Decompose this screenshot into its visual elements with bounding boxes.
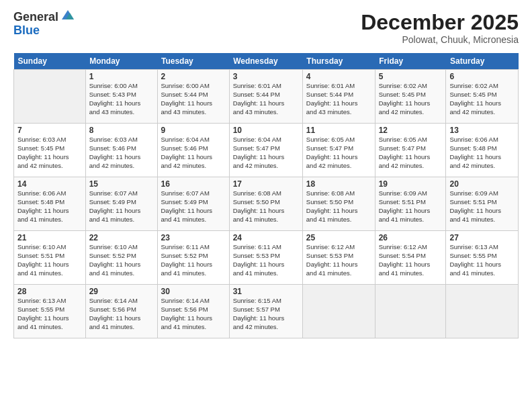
day-number: 20 [449, 179, 515, 189]
cell-info: Sunrise: 6:12 AMSunset: 5:54 PMDaylight:… [379, 243, 443, 277]
cell-info: Sunrise: 6:08 AMSunset: 5:50 PMDaylight:… [306, 189, 371, 224]
table-row: 8Sunrise: 6:03 AMSunset: 5:46 PMDaylight… [85, 124, 157, 177]
cell-info: Sunrise: 6:06 AMSunset: 5:48 PMDaylight:… [17, 189, 82, 224]
logo-text: General Blue [13, 11, 75, 38]
table-row: 6Sunrise: 6:02 AMSunset: 5:45 PMDaylight… [446, 70, 519, 124]
logo-blue: Blue [13, 24, 75, 38]
table-row: 5Sunrise: 6:02 AMSunset: 5:45 PMDaylight… [375, 70, 446, 124]
day-number: 27 [449, 233, 515, 242]
table-row: 13Sunrise: 6:06 AMSunset: 5:48 PMDayligh… [446, 124, 519, 177]
table-row: 12Sunrise: 6:05 AMSunset: 5:47 PMDayligh… [375, 124, 446, 177]
cell-info: Sunrise: 6:07 AMSunset: 5:49 PMDaylight:… [89, 189, 154, 224]
col-thursday: Thursday [302, 53, 375, 70]
logo: General Blue [13, 11, 75, 38]
table-row: 14Sunrise: 6:06 AMSunset: 5:48 PMDayligh… [14, 177, 86, 231]
cell-info: Sunrise: 6:09 AMSunset: 5:51 PMDaylight:… [449, 189, 515, 224]
cell-info: Sunrise: 6:02 AMSunset: 5:45 PMDaylight:… [449, 82, 515, 116]
table-row: 17Sunrise: 6:08 AMSunset: 5:50 PMDayligh… [229, 177, 302, 231]
logo-general: General [13, 11, 58, 24]
day-number: 15 [89, 179, 154, 189]
cell-info: Sunrise: 6:10 AMSunset: 5:52 PMDaylight:… [89, 243, 154, 277]
day-number: 30 [161, 287, 226, 296]
table-row: 24Sunrise: 6:11 AMSunset: 5:53 PMDayligh… [229, 231, 302, 285]
day-number: 7 [17, 126, 82, 135]
table-row: 29Sunrise: 6:14 AMSunset: 5:56 PMDayligh… [85, 285, 157, 338]
cell-info: Sunrise: 6:05 AMSunset: 5:47 PMDaylight:… [306, 136, 371, 170]
cell-info: Sunrise: 6:01 AMSunset: 5:44 PMDaylight:… [306, 82, 371, 116]
day-number: 29 [89, 287, 154, 296]
day-number: 8 [89, 126, 154, 135]
cell-info: Sunrise: 6:13 AMSunset: 5:55 PMDaylight:… [449, 243, 515, 277]
cell-info: Sunrise: 6:03 AMSunset: 5:45 PMDaylight:… [17, 136, 82, 170]
calendar-week-0: 1Sunrise: 6:00 AMSunset: 5:43 PMDaylight… [14, 70, 519, 124]
col-friday: Friday [375, 53, 446, 70]
table-row: 22Sunrise: 6:10 AMSunset: 5:52 PMDayligh… [85, 231, 157, 285]
table-row: 27Sunrise: 6:13 AMSunset: 5:55 PMDayligh… [446, 231, 519, 285]
main-container: General Blue December 2025 Polowat, Chuu… [0, 0, 532, 345]
day-number: 6 [449, 72, 515, 81]
day-number: 11 [306, 126, 371, 135]
day-number: 9 [161, 126, 226, 135]
day-number: 21 [17, 233, 82, 242]
day-number: 25 [306, 233, 371, 242]
day-number: 13 [449, 126, 515, 135]
cell-info: Sunrise: 6:10 AMSunset: 5:51 PMDaylight:… [17, 243, 82, 277]
cell-info: Sunrise: 6:08 AMSunset: 5:50 PMDaylight:… [233, 189, 299, 224]
month-title: December 2025 [361, 11, 519, 34]
cell-info: Sunrise: 6:14 AMSunset: 5:56 PMDaylight:… [161, 297, 226, 331]
table-row: 25Sunrise: 6:12 AMSunset: 5:53 PMDayligh… [302, 231, 375, 285]
logo-icon [60, 7, 75, 22]
header: General Blue December 2025 Polowat, Chuu… [13, 11, 519, 45]
calendar-week-3: 21Sunrise: 6:10 AMSunset: 5:51 PMDayligh… [14, 231, 519, 285]
table-row [375, 285, 446, 338]
col-saturday: Saturday [446, 53, 519, 70]
cell-info: Sunrise: 6:02 AMSunset: 5:45 PMDaylight:… [379, 82, 443, 116]
table-row [302, 285, 375, 338]
cell-info: Sunrise: 6:07 AMSunset: 5:49 PMDaylight:… [161, 189, 226, 224]
title-block: December 2025 Polowat, Chuuk, Micronesia [361, 11, 519, 45]
table-row: 15Sunrise: 6:07 AMSunset: 5:49 PMDayligh… [85, 177, 157, 231]
calendar-week-2: 14Sunrise: 6:06 AMSunset: 5:48 PMDayligh… [14, 177, 519, 231]
cell-info: Sunrise: 6:00 AMSunset: 5:43 PMDaylight:… [89, 82, 154, 116]
table-row: 3Sunrise: 6:01 AMSunset: 5:44 PMDaylight… [229, 70, 302, 124]
day-number: 31 [233, 287, 299, 296]
table-row: 2Sunrise: 6:00 AMSunset: 5:44 PMDaylight… [157, 70, 229, 124]
cell-info: Sunrise: 6:04 AMSunset: 5:47 PMDaylight:… [233, 136, 299, 170]
day-number: 16 [161, 179, 226, 189]
cell-info: Sunrise: 6:01 AMSunset: 5:44 PMDaylight:… [233, 82, 299, 116]
cell-info: Sunrise: 6:06 AMSunset: 5:48 PMDaylight:… [449, 136, 515, 170]
calendar-table: Sunday Monday Tuesday Wednesday Thursday… [13, 53, 519, 338]
day-number: 5 [379, 72, 443, 81]
cell-info: Sunrise: 6:00 AMSunset: 5:44 PMDaylight:… [161, 82, 226, 116]
table-row [446, 285, 519, 338]
day-number: 28 [17, 287, 82, 296]
cell-info: Sunrise: 6:15 AMSunset: 5:57 PMDaylight:… [233, 297, 299, 331]
day-number: 18 [306, 179, 371, 189]
col-sunday: Sunday [14, 53, 86, 70]
calendar-week-4: 28Sunrise: 6:13 AMSunset: 5:55 PMDayligh… [14, 285, 519, 338]
day-number: 2 [161, 72, 226, 81]
table-row: 26Sunrise: 6:12 AMSunset: 5:54 PMDayligh… [375, 231, 446, 285]
day-number: 19 [379, 179, 443, 189]
table-row: 31Sunrise: 6:15 AMSunset: 5:57 PMDayligh… [229, 285, 302, 338]
table-row: 9Sunrise: 6:04 AMSunset: 5:46 PMDaylight… [157, 124, 229, 177]
table-row: 10Sunrise: 6:04 AMSunset: 5:47 PMDayligh… [229, 124, 302, 177]
col-tuesday: Tuesday [157, 53, 229, 70]
cell-info: Sunrise: 6:05 AMSunset: 5:47 PMDaylight:… [379, 136, 443, 170]
day-number: 10 [233, 126, 299, 135]
day-number: 26 [379, 233, 443, 242]
table-row: 30Sunrise: 6:14 AMSunset: 5:56 PMDayligh… [157, 285, 229, 338]
cell-info: Sunrise: 6:04 AMSunset: 5:46 PMDaylight:… [161, 136, 226, 170]
table-row: 16Sunrise: 6:07 AMSunset: 5:49 PMDayligh… [157, 177, 229, 231]
table-row: 21Sunrise: 6:10 AMSunset: 5:51 PMDayligh… [14, 231, 86, 285]
col-monday: Monday [85, 53, 157, 70]
day-number: 23 [161, 233, 226, 242]
table-row: 7Sunrise: 6:03 AMSunset: 5:45 PMDaylight… [14, 124, 86, 177]
day-number: 1 [89, 72, 154, 81]
day-number: 12 [379, 126, 443, 135]
location-subtitle: Polowat, Chuuk, Micronesia [361, 34, 519, 45]
table-row: 28Sunrise: 6:13 AMSunset: 5:55 PMDayligh… [14, 285, 86, 338]
table-row [14, 70, 86, 124]
cell-info: Sunrise: 6:03 AMSunset: 5:46 PMDaylight:… [89, 136, 154, 170]
table-row: 19Sunrise: 6:09 AMSunset: 5:51 PMDayligh… [375, 177, 446, 231]
